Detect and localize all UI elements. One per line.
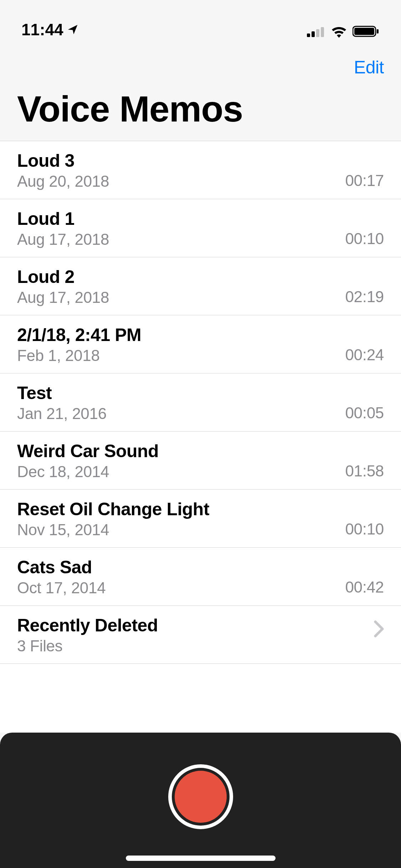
memo-date: Aug 17, 2018 [17,289,109,306]
memo-date: Aug 20, 2018 [17,172,109,190]
memo-date: Oct 17, 2014 [17,579,106,597]
memo-title: Test [17,383,107,403]
record-indicator-icon [175,771,227,823]
edit-button[interactable]: Edit [354,57,384,78]
memo-text: Loud 1 Aug 17, 2018 [17,208,109,248]
cellular-icon [307,26,325,38]
memo-row[interactable]: Loud 2 Aug 17, 2018 02:19 [0,257,401,315]
record-button[interactable] [168,764,233,829]
memo-row[interactable]: Weird Car Sound Dec 18, 2014 01:58 [0,432,401,490]
wifi-icon [330,25,348,39]
memo-row[interactable]: Loud 1 Aug 17, 2018 00:10 [0,199,401,257]
svg-rect-6 [377,29,379,33]
memo-row[interactable]: Loud 3 Aug 20, 2018 00:17 [0,141,401,199]
memo-row[interactable]: Reset Oil Change Light Nov 15, 2014 00:1… [0,490,401,548]
memo-title: Cats Sad [17,557,106,578]
memo-date: Dec 18, 2014 [17,463,159,481]
memo-date: Aug 17, 2018 [17,231,109,248]
memo-text: Weird Car Sound Dec 18, 2014 [17,441,159,481]
page-title: Voice Memos [0,88,401,141]
memo-row[interactable]: Test Jan 21, 2016 00:05 [0,373,401,432]
recently-deleted-title: Recently Deleted [17,615,158,636]
record-panel [0,733,401,868]
status-bar: 11:44 [0,0,401,46]
memo-title: 2/1/18, 2:41 PM [17,325,141,345]
memo-duration: 00:10 [345,520,384,539]
memo-duration: 00:10 [345,230,384,248]
memo-duration: 01:58 [345,462,384,481]
chevron-right-icon [374,620,384,650]
svg-rect-3 [321,27,324,37]
memo-title: Loud 1 [17,208,109,229]
memo-title: Reset Oil Change Light [17,499,209,520]
memo-duration: 00:24 [345,346,384,365]
recently-deleted-subtitle: 3 Files [17,637,158,655]
memo-title: Loud 3 [17,150,109,171]
memo-date: Jan 21, 2016 [17,405,107,423]
status-time-group: 11:44 [21,20,78,39]
memo-text: Reset Oil Change Light Nov 15, 2014 [17,499,209,539]
nav-bar: Edit [0,46,401,88]
svg-rect-5 [354,28,374,35]
memo-text: Loud 3 Aug 20, 2018 [17,150,109,190]
memo-duration: 00:42 [345,578,384,597]
status-time: 11:44 [21,20,63,39]
recently-deleted-row[interactable]: Recently Deleted 3 Files [0,606,401,664]
svg-rect-2 [316,29,319,37]
svg-rect-1 [312,31,315,37]
memo-date: Nov 15, 2014 [17,521,209,539]
memo-text: Test Jan 21, 2016 [17,383,107,423]
memo-row[interactable]: Cats Sad Oct 17, 2014 00:42 [0,548,401,606]
memo-duration: 00:05 [345,404,384,423]
status-icons [307,25,380,39]
memo-text: 2/1/18, 2:41 PM Feb 1, 2018 [17,325,141,365]
memo-duration: 00:17 [345,172,384,190]
memo-title: Weird Car Sound [17,441,159,461]
memo-date: Feb 1, 2018 [17,347,141,365]
battery-icon [353,25,380,39]
memo-list: Loud 3 Aug 20, 2018 00:17 Loud 1 Aug 17,… [0,141,401,733]
memo-text: Cats Sad Oct 17, 2014 [17,557,106,597]
recently-deleted-text: Recently Deleted 3 Files [17,615,158,655]
location-icon [67,20,78,39]
svg-rect-0 [307,33,310,37]
memo-row[interactable]: 2/1/18, 2:41 PM Feb 1, 2018 00:24 [0,315,401,373]
memo-text: Loud 2 Aug 17, 2018 [17,267,109,306]
memo-duration: 02:19 [345,288,384,306]
memo-title: Loud 2 [17,267,109,287]
home-indicator[interactable] [126,856,276,861]
